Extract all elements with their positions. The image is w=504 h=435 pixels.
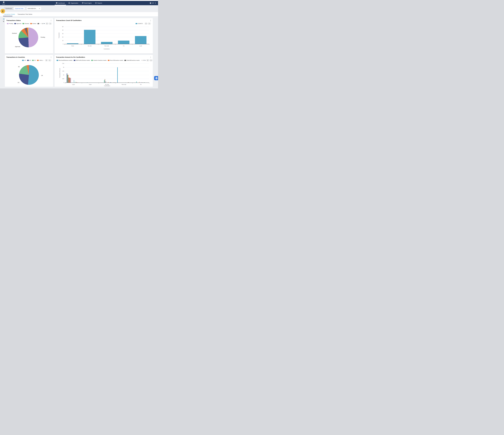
user-menu[interactable]: NT (150, 1, 156, 5)
nav-item-organization[interactable]: Organization (68, 1, 78, 5)
legend-swatch (22, 23, 24, 24)
legend-prev-icon[interactable] (41, 23, 41, 24)
bar (141, 82, 142, 83)
legend-item[interactable] (37, 23, 40, 24)
bar (128, 82, 129, 83)
y-tick-label: 1k (63, 74, 64, 76)
more-options-icon[interactable] (51, 19, 51, 21)
legend-label: Approved (17, 23, 21, 24)
legend-swatch (37, 60, 39, 61)
legend-item-dollarseksactions-newtes[interactable]: DollarSEKsactions newtes (124, 60, 140, 61)
legend-inv-button[interactable]: Inv (49, 23, 52, 25)
axis-tick (65, 83, 65, 83)
legend-label: DollarSEKsactions newtes (126, 60, 140, 61)
more-options-icon[interactable] (51, 56, 51, 58)
bar-cyujh (135, 36, 146, 44)
bar (108, 82, 108, 83)
pie (18, 28, 38, 47)
legend-item-count-[interactable]: COUNT(*) (135, 23, 143, 24)
nav-item-dashboard[interactable]: Dashboard (56, 1, 65, 5)
filter-icon[interactable] (3, 21, 4, 23)
legend-next-icon[interactable] (44, 23, 45, 24)
x-category-label: Ne adm (88, 45, 92, 46)
legend-label: SEKFouRn120ctions newtes (76, 60, 90, 61)
legend-swatch (91, 60, 93, 61)
legend-next-icon[interactable] (145, 60, 145, 61)
legend-swatch (32, 60, 34, 61)
expand-filter-panel-icon[interactable] (3, 18, 4, 20)
bar (70, 78, 71, 83)
legend-all-button[interactable]: All (145, 23, 147, 25)
easi-logo-icon (3, 1, 5, 4)
legend-label: Declined (25, 23, 29, 24)
bar (67, 73, 67, 83)
view-tab-superset-data[interactable]: Superset Data (14, 7, 25, 10)
card-transactions-countries: Transactions In Countries UKUSSE<NULL>Al… (5, 55, 53, 87)
legend-swatch (124, 60, 126, 61)
card-title: Transactions Status (6, 19, 21, 21)
legend-item-booked[interactable]: Booked (30, 23, 36, 24)
grid-icon (56, 2, 57, 4)
legend-all-button[interactable]: All (146, 59, 149, 61)
bar-ne-adm (84, 30, 95, 44)
legend-swatch (56, 60, 58, 61)
legend-swatch (37, 23, 39, 24)
view-switcher: DashboardSuperset Data (4, 7, 25, 10)
bar (143, 82, 143, 83)
superset-floating-button[interactable] (154, 76, 158, 80)
legend-item-se[interactable]: SE (32, 60, 36, 61)
card-title: Transactions In Countries (6, 56, 25, 58)
x-axis-title: Cardholders (104, 48, 110, 50)
legend-item-movchantknineions-newtes[interactable]: MovchantKNineions newtes (56, 60, 72, 61)
legend-item-pending[interactable]: Pending (7, 23, 13, 24)
bar (115, 82, 116, 83)
legend-item--null-[interactable]: <NULL> (37, 60, 43, 61)
legend-inv-button[interactable]: Inv (150, 59, 153, 61)
legend-swatch (22, 60, 24, 61)
y-tick-label: 10 (62, 40, 63, 41)
y-tick-label: 2k (63, 67, 64, 68)
legend-label: Pending (9, 23, 13, 24)
view-tab-dashboard[interactable]: Dashboard (4, 7, 14, 10)
legend-inv-button[interactable]: Inv (48, 59, 51, 61)
brand-name: EASI (2, 4, 5, 5)
gridline (65, 75, 149, 75)
bar (106, 81, 106, 83)
bar-yio (118, 41, 129, 44)
dashboard-select-value: EASI B2B DA... (28, 8, 37, 9)
dashboard-select[interactable]: EASI B2B DA... (27, 7, 42, 10)
bar (78, 82, 78, 83)
pie-label-approved: Approved (15, 46, 20, 47)
legend-all-button[interactable]: All (45, 23, 48, 25)
legend-page: 1/2 (42, 23, 43, 24)
tab-transaction-details[interactable]: Transaction Details (4, 12, 15, 17)
x-axis-line (64, 44, 149, 44)
legend-swatch (27, 60, 29, 61)
more-options-icon[interactable] (150, 19, 151, 21)
bar (69, 78, 70, 83)
card-transaction-amount: Transaction Amount As Per Cardholders Mo… (54, 55, 153, 87)
legend-item-sekfourn120ctions-newtes[interactable]: SEKFouRn120ctions newtes (74, 60, 90, 61)
y-axis-title: Transaction (58, 32, 60, 38)
x-category-label: Duke (89, 84, 92, 85)
nav-item-reports[interactable]: Reports (95, 1, 102, 5)
legend-inv-button[interactable]: Inv (148, 23, 151, 25)
step-badge: 2 (0, 9, 5, 13)
more-options-icon[interactable] (150, 56, 151, 58)
app-window: EASI DashboardOrganizationRule EngineRep… (0, 0, 158, 88)
page-tabbar: Transaction Details Transactions Time Se… (0, 12, 158, 17)
bar (76, 82, 77, 83)
legend-item-uk[interactable]: UK (22, 60, 26, 61)
legend-item-approved[interactable]: Approved (14, 23, 21, 24)
legend-item-resul-seksactions-newtes[interactable]: Resul SEKsactions newtes (108, 60, 123, 61)
pie-label-pending: Pending (41, 36, 45, 38)
chevron-down-icon (39, 8, 40, 9)
legend-prev-icon[interactable] (141, 60, 142, 61)
nav-item-rule-engine[interactable]: Rule Engine (82, 1, 92, 5)
legend-item-us[interactable]: US (27, 60, 31, 61)
legend-item-declined[interactable]: Declined (22, 23, 29, 24)
legend-all-button[interactable]: All (45, 59, 48, 61)
bar (105, 79, 105, 83)
tab-transactions-time-series[interactable]: Transactions Time Series (18, 12, 32, 17)
legend-item-headers-ksactions-newtes[interactable]: Headers Ksactions newtes (91, 60, 107, 61)
